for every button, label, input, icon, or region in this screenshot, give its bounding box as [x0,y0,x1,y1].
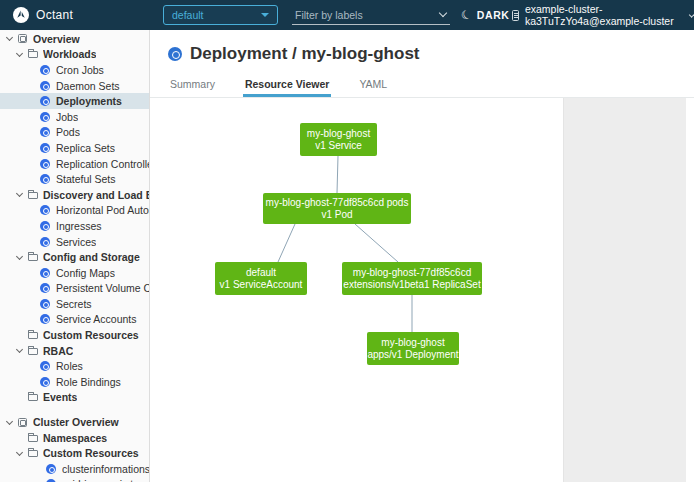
chevron-down-icon[interactable] [16,449,23,456]
sidebar-item-replica-sets[interactable]: Replica Sets [0,140,149,156]
sidebar-item-label: Role Bindings [56,376,121,388]
sidebar-item-label: Cron Jobs [56,64,104,76]
chevron-down-icon[interactable] [6,34,13,41]
resource-badge-icon [40,283,50,293]
sidebar-item-csidrivers-csi-storage-k8s-io[interactable]: csidrivers.csi.storage.k8s.io [0,477,149,482]
sidebar-item-label: Cluster Overview [33,416,119,428]
chevron-down-icon[interactable] [16,346,23,353]
graph-node-serviceaccount[interactable]: defaultv1 ServiceAccount [215,262,307,295]
sidebar-item-clusterinformations-crd-projec[interactable]: clusterinformations.crd.projec [0,461,149,477]
cluster-context-label: example-cluster-ka3TuTzYo4a@example-clus… [525,3,684,27]
resource-badge-icon [40,221,50,231]
chevron-down-icon [689,11,694,17]
chevron-down-icon[interactable] [439,9,447,17]
graph-node-deployment[interactable]: my-blog-ghostapps/v1 Deployment [367,332,459,365]
dark-theme-toggle[interactable]: ☾ DARK [461,0,510,30]
sidebar-item-discovery-and-load-balancing[interactable]: Discovery and Load Balancing [0,187,149,203]
folder-icon [28,348,38,355]
sidebar-item-roles[interactable]: Roles [0,358,149,374]
sidebar-item-config-and-storage[interactable]: Config and Storage [0,249,149,265]
sidebar-item-custom-resources[interactable]: Custom Resources [0,445,149,461]
node-name: my-blog-ghost-77df85c6cd [353,267,471,279]
folder-icon [28,254,38,261]
chevron-down-icon[interactable] [16,253,23,260]
sidebar-item-label: Events [43,391,77,403]
sidebar-item-label: Replication Controllers [56,158,149,170]
sidebar-item-overview[interactable]: Overview [0,31,149,47]
node-kind: v1 Pod [321,209,352,221]
sidebar-item-stateful-sets[interactable]: Stateful Sets [0,171,149,187]
node-name: my-blog-ghost-77df85c6cd pods [266,197,409,209]
overview-stack-icon [18,418,27,427]
sidebar-item-label: Pods [56,126,80,138]
sidebar-item-label: Discovery and Load Balancing [43,189,149,201]
namespace-dropdown-value: default [172,9,204,21]
tab-summary[interactable]: Summary [168,76,217,97]
folder-icon [28,394,38,401]
chevron-down-icon[interactable] [6,418,13,425]
sidebar-item-horizontal-pod-autoscalers[interactable]: Horizontal Pod Autoscalers [0,203,149,219]
chevron-down-icon[interactable] [16,190,23,197]
node-name: my-blog-ghost [307,128,370,140]
sidebar-item-custom-resources[interactable]: Custom Resources [0,327,149,343]
sidebar-item-pods[interactable]: Pods [0,125,149,141]
resource-viewer-canvas: my-blog-ghostv1 Servicemy-blog-ghost-77d… [150,98,694,482]
resource-badge-icon [40,174,50,184]
sidebar-item-label: Services [56,236,96,248]
sidebar-item-cluster-overview[interactable]: Cluster Overview [0,414,149,430]
tab-yaml[interactable]: YAML [357,76,389,97]
chevron-down-icon[interactable] [16,50,23,57]
sidebar-item-daemon-sets[interactable]: Daemon Sets [0,78,149,94]
sidebar-item-label: Jobs [56,111,78,123]
sidebar-item-ingresses[interactable]: Ingresses [0,218,149,234]
node-name: my-blog-ghost [381,337,444,349]
sidebar-item-label: Custom Resources [43,329,139,341]
graph-node-pod[interactable]: my-blog-ghost-77df85c6cd podsv1 Pod [263,193,411,224]
folder-icon [28,192,38,199]
sidebar-item-replication-controllers[interactable]: Replication Controllers [0,156,149,172]
resource-badge-icon [40,299,50,309]
sidebar-item-label: Overview [33,33,80,45]
resource-badge-icon [40,237,50,247]
sidebar-item-label: Config and Storage [43,251,140,263]
sidebar-item-workloads[interactable]: Workloads [0,47,149,63]
graph-node-service[interactable]: my-blog-ghostv1 Service [300,123,377,156]
sidebar-item-namespaces[interactable]: Namespaces [0,430,149,446]
overview-stack-icon [18,34,27,43]
namespace-dropdown[interactable]: default [163,5,278,25]
sidebar-item-events[interactable]: Events [0,390,149,406]
graph-node-replicaset[interactable]: my-blog-ghost-77df85c6cdextensions/v1bet… [342,262,482,295]
sidebar-item-label: Horizontal Pod Autoscalers [56,204,149,216]
octant-logo-icon [13,7,29,23]
resource-badge-icon [46,464,56,474]
sidebar-item-label: clusterinformations.crd.projec [62,463,149,475]
filter-by-labels-input[interactable]: Filter by labels [292,5,450,25]
node-kind: v1 Service [315,140,362,152]
sidebar-item-services[interactable]: Services [0,234,149,250]
sidebar-item-label: Daemon Sets [56,80,120,92]
sidebar-item-label: Ingresses [56,220,102,232]
sidebar-item-role-bindings[interactable]: Role Bindings [0,374,149,390]
sidebar-item-label: Replica Sets [56,142,115,154]
filter-placeholder: Filter by labels [292,9,363,21]
sidebar-item-persistent-volume-claims[interactable]: Persistent Volume Claims [0,281,149,297]
sidebar-item-rbac[interactable]: RBAC [0,343,149,359]
sidebar-item-label: Stateful Sets [56,173,116,185]
sidebar-item-secrets[interactable]: Secrets [0,296,149,312]
sidebar-item-jobs[interactable]: Jobs [0,109,149,125]
sidebar-item-service-accounts[interactable]: Service Accounts [0,312,149,328]
resource-badge-icon [40,81,50,91]
node-name: default [246,267,276,279]
graph-edge-pod-serviceaccount [278,224,295,262]
sidebar-item-cron-jobs[interactable]: Cron Jobs [0,62,149,78]
sidebar-item-config-maps[interactable]: Config Maps [0,265,149,281]
resource-badge-icon [40,127,50,137]
resource-badge-icon [40,205,50,215]
main-panel: Deployment / my-blog-ghost Summary Resou… [150,30,694,482]
brand: Octant [13,0,73,30]
sidebar-item-deployments[interactable]: Deployments [0,93,149,109]
resource-badge-icon [40,314,50,324]
tab-resource-viewer[interactable]: Resource Viewer [243,76,331,97]
node-kind: v1 ServiceAccount [220,279,303,291]
cluster-context-selector[interactable]: example-cluster-ka3TuTzYo4a@example-clus… [512,0,694,30]
